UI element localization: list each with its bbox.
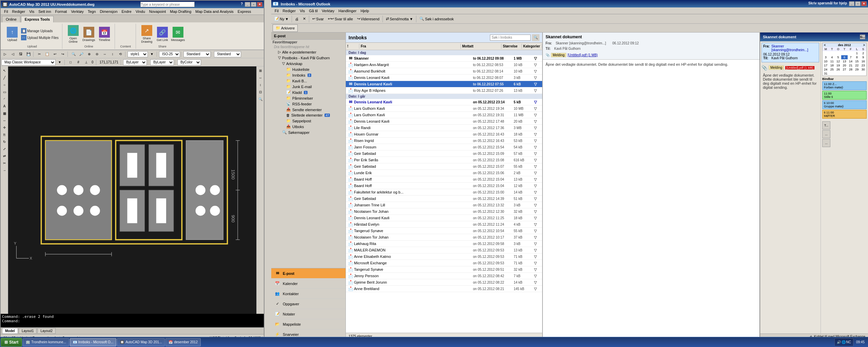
sk-ctrl-1[interactable]: T...	[822, 121, 830, 129]
sk-d25[interactable]: 20	[841, 63, 847, 67]
reading-attach-pdf[interactable]: [Untitled].pdf (1 MB)	[568, 53, 598, 57]
autocad-menu-settinn[interactable]: Sett inn	[36, 9, 53, 14]
nav-paminnelser[interactable]: 📁 Påminnelser	[271, 95, 346, 101]
tool-scale[interactable]: ⤢	[1, 145, 8, 152]
tb-btn-12[interactable]: ⊖	[93, 51, 101, 58]
tool-r4[interactable]: ⊡	[257, 88, 264, 95]
sk-d4[interactable]	[841, 51, 847, 55]
ol-menu-vis[interactable]: Vis	[298, 8, 307, 14]
nav-sokemapper[interactable]: 🔍 Søkemapper	[271, 129, 346, 135]
sk-d19[interactable]: 14	[848, 59, 854, 63]
autocad-menu-rediger[interactable]: Rediger	[10, 9, 27, 14]
nav-sendte[interactable]: 📤 Sendte elementer	[271, 107, 346, 113]
sk-cal-nav-prev[interactable]: <	[824, 43, 826, 47]
ol-ny-btn[interactable]: 📝 Ny ▼	[273, 15, 290, 23]
email-row-1-22[interactable]: 📩 Løkhaug Rita on 05.12.2012 09:58 3 kB …	[346, 241, 542, 247]
sk-d13[interactable]: 8	[854, 55, 860, 59]
tb-ortho-btn[interactable]: ⊥	[82, 59, 90, 66]
tb-standard-dropdown[interactable]: Standard	[183, 51, 211, 57]
sk-d6[interactable]: 1	[854, 51, 860, 55]
sk-d20[interactable]: 15	[854, 59, 860, 63]
tool-select[interactable]: ↖	[1, 67, 8, 74]
tab-model[interactable]: Model	[2, 328, 18, 334]
ol-reply-all-btn[interactable]: ↩↩ Svar til alle	[326, 15, 355, 23]
email-row-0-1[interactable]: 📩 Harbjørn Ann-Margrit to 06.12.2012 08:…	[346, 62, 542, 68]
nav-kladd[interactable]: 📝 Kladd 1	[271, 89, 346, 95]
tb-btn-11[interactable]: ⊕	[85, 51, 93, 58]
email-row-1-0[interactable]: ✉ Dennis Leonard Kavli on 05.12.2012 23:…	[346, 99, 542, 105]
inbox-search-btn[interactable]: 🔍	[532, 34, 539, 41]
nav-all-items[interactable]: ▷ Alle e-postelementer	[271, 49, 346, 55]
sk-d1[interactable]	[823, 51, 829, 55]
inbox-col-flag[interactable]: !	[346, 44, 359, 49]
sk-d10[interactable]: 5	[835, 55, 841, 59]
email-row-1-16[interactable]: 📩 Johansen Trine Lill on 05.12.2012 13:3…	[346, 202, 542, 208]
tb-btn-9[interactable]: 🔍	[70, 51, 77, 58]
autocad-menu-mapdrafting[interactable]: Map Drafting	[168, 9, 193, 14]
outlook-minimize-btn[interactable]: _	[849, 1, 854, 6]
ol-menu-gaa[interactable]: Gå til	[307, 8, 320, 14]
tool-trim[interactable]: ✂	[1, 160, 8, 166]
sk-d34[interactable]: 29	[854, 67, 860, 72]
email-row-1-13[interactable]: 📩 Baard Hoff on 05.12.2012 15:04 12 kB ▽	[346, 183, 542, 189]
sk-d2[interactable]	[829, 51, 835, 55]
ribbon-upload-btn[interactable]: ↑ Upload	[5, 26, 20, 42]
sk-d15[interactable]: 10	[823, 59, 829, 63]
autocad-menu-dimensjon[interactable]: Dimensjon	[98, 9, 120, 14]
tool-mirror[interactable]: ⇌	[1, 152, 8, 159]
tb-btn-6[interactable]: 📋	[43, 51, 51, 58]
tool-extend[interactable]: →	[1, 167, 8, 174]
sk-ctrl-2[interactable]: ...	[822, 130, 830, 138]
email-row-1-7[interactable]: 📩 Jann Fossum on 05.12.2012 15:54 54 kB …	[346, 144, 542, 150]
email-row-1-15[interactable]: 📩 Geir Søbstad on 05.12.2012 14:39 51 kB…	[346, 196, 542, 202]
tool-line[interactable]: ╱	[1, 74, 8, 81]
nav-btn-kalender[interactable]: 📅 Kalender	[271, 279, 346, 289]
sk-d24[interactable]: 19	[835, 63, 841, 67]
outlook-close-btn[interactable]: ✕	[861, 1, 867, 6]
ol-menu-handlinger[interactable]: Handlinger	[336, 8, 358, 14]
taskbar-item-autocad[interactable]: 🔲 AutoCAD Map 3D 201...	[117, 338, 165, 346]
ribbon-tab-express[interactable]: Express Tools	[21, 16, 54, 22]
nav-soppelpost[interactable]: 📁 Søppelpost	[271, 118, 346, 124]
tool-arc[interactable]: ◜	[1, 96, 8, 102]
sk-d12[interactable]: 7	[848, 55, 854, 59]
tool-r5[interactable]: 🔍	[257, 96, 264, 102]
sk-d18[interactable]: 13	[841, 59, 847, 63]
autocad-menu-vindu[interactable]: Vindu	[134, 9, 147, 14]
email-row-1-27[interactable]: 📩 Jenny Persson on 05.12.2012 08:42 7 kB…	[346, 273, 542, 279]
tb-btn-14[interactable]: ↕	[109, 51, 116, 58]
sk-attach-pdf[interactable]: [Untitled].pdf (1 MB)	[785, 66, 814, 69]
tb-btn-10[interactable]: 🔎	[78, 51, 85, 58]
autocad-menu-mapdata[interactable]: Map Data and Analysis	[193, 9, 236, 14]
sk-d5[interactable]	[848, 51, 854, 55]
tb-btn-13[interactable]: ↔	[101, 51, 108, 58]
email-row-1-10[interactable]: 📩 Geir Søbstad on 05.12.2012 15:07 55 kB…	[346, 163, 542, 170]
sk-appt-1[interactable]: 11:00 Z... Forben møte(i	[822, 81, 867, 90]
ol-menu-rediger[interactable]: Rediger	[281, 8, 298, 14]
nav-slettede[interactable]: 🗑 Slettede elementer 47	[271, 113, 346, 118]
sk-d9[interactable]: 4	[829, 55, 835, 59]
email-row-1-19[interactable]: 📩 Hårstad Evelyn on 05.12.2012 11:24 4 k…	[346, 221, 542, 228]
email-row-1-17[interactable]: 📩 Nicolaisen Tor Johan on 05.12.2012 12:…	[346, 208, 542, 215]
tool-circle[interactable]: ○	[1, 81, 8, 88]
autocad-menu-tegn[interactable]: Tegn	[86, 9, 98, 14]
email-row-0-4[interactable]: ✉ Dennis Leonard Kavli to 06.12.2012 07:…	[346, 81, 542, 87]
nav-junk[interactable]: 📁 Junk E-mail	[271, 84, 346, 89]
sk-d3[interactable]	[835, 51, 841, 55]
ol-forward-btn[interactable]: ↪ Videresend	[355, 15, 381, 23]
email-row-1-24[interactable]: 📩 Anne Elisabeth Katmo on 05.12.2012 09:…	[346, 253, 542, 260]
sk-d31[interactable]: 26	[835, 67, 841, 72]
ribbon-drawings-btn[interactable]: 📄 Drawings	[81, 26, 96, 42]
nav-utboks[interactable]: 📤 Utboks	[271, 124, 346, 129]
email-row-1-18[interactable]: 📩 Dennis Leonard Kavli on 05.12.2012 11:…	[346, 215, 542, 221]
email-row-1-12[interactable]: 📩 Baard Hoff on 05.12.2012 15:04 13 kB ▽	[346, 176, 542, 183]
inbox-search-input[interactable]	[490, 35, 531, 41]
email-row-1-6[interactable]: 📩 Risen Ingrid on 05.12.2012 16:43 53 kB…	[346, 138, 542, 144]
nav-kavli[interactable]: 📁 Kavli B...	[271, 78, 346, 84]
tb-btn-17[interactable]: ▼	[56, 59, 63, 66]
sk-cal-nav-next[interactable]: >	[863, 43, 865, 47]
ribbon-upload-multiple-btn[interactable]: ↑↑ Upload Multiple Files	[20, 35, 59, 41]
tb-btn-7[interactable]: ↩	[51, 51, 59, 58]
tb-workspace-dropdown[interactable]: Map Classic Workspace	[1, 59, 56, 65]
ribbon-timeline-btn[interactable]: 📅 Timeline	[97, 26, 112, 42]
